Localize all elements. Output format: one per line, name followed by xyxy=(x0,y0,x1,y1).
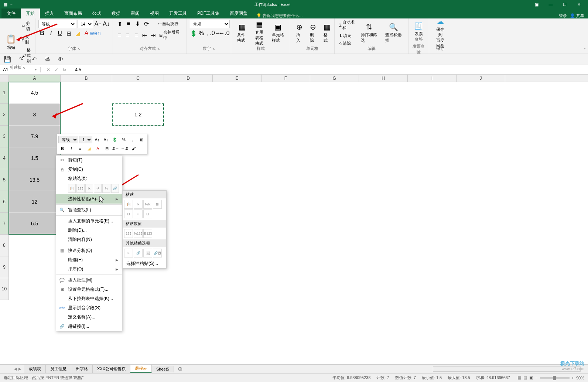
tab-developer[interactable]: 开发工具 xyxy=(164,8,192,18)
dec-decimal-icon[interactable]: ←.0 xyxy=(220,30,228,37)
clipboard-launcher-icon[interactable]: ⬊ xyxy=(23,66,25,69)
invoice-button[interactable]: 🧾发票 查验 xyxy=(411,20,426,44)
mini-border-icon[interactable]: ⊞ xyxy=(137,136,146,144)
cm-sort[interactable]: 排序(O)▶ xyxy=(56,265,122,274)
wrap-text-button[interactable]: ↩ 自动换行 xyxy=(157,20,180,27)
alignment-launcher-icon[interactable]: ⬊ xyxy=(157,47,160,51)
cm-filter[interactable]: 筛选(E)▶ xyxy=(56,255,122,265)
tab-pdf[interactable]: PDF工具集 xyxy=(192,8,225,18)
font-size-select[interactable]: 14 xyxy=(78,20,93,28)
sort-filter-button[interactable]: ⇅排序和筛选 xyxy=(358,21,381,45)
orientation-icon[interactable]: ⟳ xyxy=(143,20,150,27)
paste-opt-1-icon[interactable]: 📋 xyxy=(68,184,76,193)
col-header-b[interactable]: B xyxy=(61,75,112,82)
format-button[interactable]: ▦格式 xyxy=(321,21,334,45)
tab-file[interactable]: 文件 xyxy=(1,8,21,18)
paste-button[interactable]: 📋 粘贴 xyxy=(3,33,19,52)
sub-other-4-icon[interactable]: 🔗🖼 xyxy=(153,249,162,257)
maximize-icon[interactable]: ☐ xyxy=(559,0,570,8)
row-header-6[interactable]: 6 xyxy=(0,191,9,213)
indent-inc-icon[interactable]: ⇥ xyxy=(150,31,157,39)
cm-smart-lookup[interactable]: 🔍智能查找(L) xyxy=(56,205,122,215)
row-header-3[interactable]: 3 xyxy=(0,126,9,147)
mini-currency-icon[interactable]: 💲 xyxy=(111,136,119,144)
currency-icon[interactable]: 💲 xyxy=(190,30,197,37)
cell-styles-button[interactable]: ▣单元格样式 xyxy=(269,21,287,45)
mini-fill-icon[interactable]: ◢ xyxy=(85,144,93,153)
font-launcher-icon[interactable]: ⬊ xyxy=(78,47,80,51)
login-link[interactable]: 登录 xyxy=(559,13,567,18)
mini-dec-font-icon[interactable]: A↓ xyxy=(102,136,110,144)
mini-format-painter-icon[interactable]: 🖌 xyxy=(129,144,137,153)
cm-insert-comment[interactable]: 💬插入批注(M) xyxy=(56,276,122,285)
cm-pinyin[interactable]: wén显示拼音字段(S) xyxy=(56,303,122,313)
indent-dec-icon[interactable]: ⇤ xyxy=(141,31,148,39)
number-launcher-icon[interactable]: ⬊ xyxy=(212,47,215,51)
tab-home[interactable]: 开始 xyxy=(21,8,40,18)
cancel-formula-icon[interactable]: ✕ xyxy=(47,67,50,72)
sub-paste-1-icon[interactable]: 📋 xyxy=(124,200,133,209)
number-format-select[interactable]: 常规 xyxy=(190,20,230,28)
col-header-j[interactable]: J xyxy=(457,75,505,82)
paste-opt-3-icon[interactable]: fx xyxy=(85,184,93,193)
align-bottom-icon[interactable]: ⬇ xyxy=(134,20,141,27)
save-cloud-button[interactable]: ☁保存到 百度网盘 xyxy=(432,20,448,46)
cell-a2[interactable]: 3 xyxy=(9,104,61,126)
cell-a6[interactable]: 12 xyxy=(9,191,61,213)
mini-inc-icon[interactable]: ←.0 xyxy=(120,144,129,153)
cell-a5[interactable]: 13.5 xyxy=(9,169,61,191)
border-icon[interactable]: ⊞ xyxy=(65,30,72,37)
cell-a7[interactable]: 6.5 xyxy=(9,213,61,235)
sheet-nav-prev-icon[interactable]: ◀ xyxy=(14,367,17,371)
pinyin-icon[interactable]: wén xyxy=(92,30,99,37)
close-icon[interactable]: ✕ xyxy=(573,0,584,8)
find-select-button[interactable]: 🔍查找和选择 xyxy=(382,21,405,45)
col-header-d[interactable]: D xyxy=(164,75,213,82)
zoom-level[interactable]: 90% xyxy=(576,376,584,380)
view-layout-icon[interactable]: ▤ xyxy=(523,375,527,380)
tab-formulas[interactable]: 公式 xyxy=(87,8,106,18)
sheet-tab-0[interactable]: 成绩表 xyxy=(24,365,46,373)
tab-view[interactable]: 视图 xyxy=(145,8,164,18)
mini-percent-icon[interactable]: % xyxy=(120,136,128,144)
horizontal-scrollbar[interactable] xyxy=(433,366,581,372)
col-header-f[interactable]: F xyxy=(261,75,310,82)
mini-font-color-icon[interactable]: A xyxy=(94,144,102,153)
delete-cells-button[interactable]: ⊖删除 xyxy=(307,21,319,45)
preview-icon[interactable]: 👁 xyxy=(57,56,64,63)
mini-italic-icon[interactable]: I xyxy=(67,144,75,153)
align-center-icon[interactable]: ≡ xyxy=(124,31,131,39)
zoom-slider[interactable] xyxy=(540,377,570,379)
tab-insert[interactable]: 插入 xyxy=(40,8,59,18)
cell-a3[interactable]: 7.9 xyxy=(9,126,61,147)
add-sheet-button[interactable]: ⊕ xyxy=(174,365,186,372)
sheet-tab-5[interactable]: Sheet5 xyxy=(152,366,174,372)
cell-c2[interactable]: 1.2 xyxy=(112,104,164,126)
zoom-out-icon[interactable]: − xyxy=(535,376,537,380)
sub-val-3-icon[interactable]: ⊞123 xyxy=(143,229,152,238)
cm-copy[interactable]: ⎘复制(C) xyxy=(56,165,122,174)
tab-baidu[interactable]: 百度网盘 xyxy=(225,8,253,18)
accept-formula-icon[interactable]: ✓ xyxy=(55,67,58,72)
mini-border2-icon[interactable]: ⊞ xyxy=(103,144,111,153)
mini-dec-icon[interactable]: .0→ xyxy=(112,144,120,153)
sheet-nav-next-icon[interactable]: ▶ xyxy=(18,367,21,371)
sub-other-2-icon[interactable]: 🔗 xyxy=(134,249,143,257)
titlebar-qat-icon[interactable]: ⋯ xyxy=(10,2,14,7)
tell-me-input[interactable]: 💡 告诉我您想要做什么... xyxy=(253,13,306,18)
sheet-tab-1[interactable]: 员工信息 xyxy=(46,365,71,373)
paste-opt-4-icon[interactable]: ⇄ xyxy=(94,184,102,193)
comma-icon[interactable]: , xyxy=(205,30,210,37)
merge-button[interactable]: ⊟ 合并后居中 xyxy=(158,29,184,41)
fill-color-icon[interactable]: ◢ xyxy=(74,30,81,37)
row-header-4[interactable]: 4 xyxy=(0,147,9,169)
cm-delete[interactable]: 删除(D)... xyxy=(56,226,122,235)
row-header-5[interactable]: 5 xyxy=(0,169,9,191)
cm-insert-copied[interactable]: 插入复制的单元格(E)... xyxy=(56,216,122,226)
format-painter-button[interactable]: 🖌 格式刷 xyxy=(20,47,32,65)
sub-other-3-icon[interactable]: 🖼 xyxy=(143,249,152,257)
table-format-button[interactable]: ▤套用 表格格式 xyxy=(252,18,267,48)
cond-format-button[interactable]: ▦条件格式 xyxy=(234,21,250,45)
cm-format-cells[interactable]: ⊞设置单元格格式(F)... xyxy=(56,285,122,294)
cm-cut[interactable]: ✂剪切(T) xyxy=(56,156,122,165)
